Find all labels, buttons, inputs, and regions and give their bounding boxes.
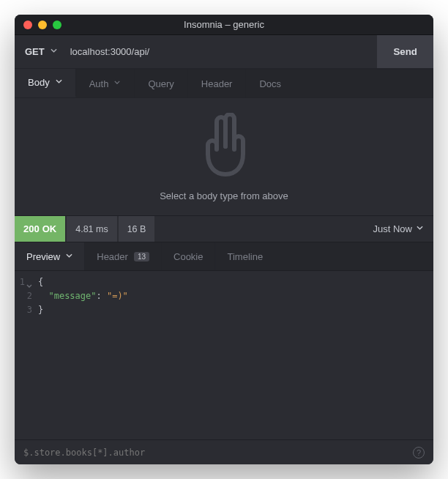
tab-response-header[interactable]: Header 13 [85, 242, 162, 270]
status-badge: 200 OK [15, 216, 65, 242]
json-value: "=)" [107, 291, 128, 301]
request-body-empty: Select a body type from above [15, 98, 433, 215]
code-line: 2 "message": "=)" [15, 289, 433, 303]
chevron-down-icon [66, 253, 72, 260]
tab-body-label: Body [28, 77, 50, 88]
response-size: 16 B [119, 216, 155, 242]
response-tabs: Preview Header 13 Cookie Timeline [15, 242, 433, 271]
http-method-dropdown[interactable]: GET [15, 35, 67, 68]
line-number: 3 [20, 303, 38, 317]
tab-preview-label: Preview [26, 251, 60, 262]
tab-timeline[interactable]: Timeline [215, 242, 433, 270]
json-key: "message" [48, 291, 96, 301]
titlebar: Insomnia – generic [15, 15, 433, 35]
status-text: OK [42, 223, 57, 234]
tab-preview[interactable]: Preview [15, 242, 85, 270]
app-window: Insomnia – generic GET Send Body Auth Qu… [15, 15, 433, 464]
tab-response-header-label: Header [97, 251, 128, 262]
chevron-down-icon [114, 81, 121, 87]
tab-query-label: Query [148, 78, 173, 89]
peace-hand-icon [195, 113, 253, 179]
window-controls [15, 21, 61, 29]
tab-timeline-label: Timeline [227, 251, 263, 262]
help-icon[interactable]: ? [413, 447, 425, 458]
tab-body[interactable]: Body [15, 69, 76, 97]
tab-header-label: Header [201, 78, 233, 89]
jsonpath-filter-input[interactable] [23, 448, 413, 458]
response-when: Just Now [373, 223, 412, 234]
line-number: 2 [20, 289, 38, 303]
window-title: Insomnia – generic [15, 19, 433, 30]
chevron-down-icon [417, 226, 423, 232]
line-number: 1 [20, 275, 38, 289]
request-tabs: Body Auth Query Header Docs [15, 69, 433, 98]
tab-cookie-label: Cookie [173, 251, 203, 262]
response-history-dropdown[interactable]: Just Now [363, 216, 433, 242]
status-code: 200 [23, 223, 40, 234]
tab-docs-label: Docs [259, 78, 281, 89]
code-line: 3 } [15, 303, 433, 317]
tab-cookie[interactable]: Cookie [162, 242, 215, 270]
zoom-window-button[interactable] [53, 21, 61, 29]
close-window-button[interactable] [23, 21, 32, 29]
response-body[interactable]: 1 { 2 "message": "=)" 3 } [15, 271, 433, 439]
header-count-badge: 13 [134, 252, 149, 261]
response-time: 4.81 ms [67, 216, 116, 242]
response-filter-bar: ? [15, 439, 433, 464]
body-empty-text: Select a body type from above [160, 190, 288, 201]
url-bar: GET Send [15, 35, 433, 69]
tab-query[interactable]: Query [135, 69, 187, 97]
tab-docs[interactable]: Docs [246, 69, 433, 97]
tab-header[interactable]: Header [188, 69, 247, 97]
send-button[interactable]: Send [377, 35, 433, 68]
fold-icon[interactable] [26, 280, 32, 286]
chevron-down-icon [51, 48, 57, 55]
http-method-label: GET [25, 46, 45, 57]
tab-auth[interactable]: Auth [76, 69, 135, 97]
code-line: 1 { [15, 275, 433, 289]
response-status-row: 200 OK 4.81 ms 16 B Just Now [15, 215, 433, 242]
chevron-down-icon [56, 79, 62, 86]
url-input[interactable] [67, 35, 378, 68]
tab-auth-label: Auth [89, 78, 109, 89]
minimize-window-button[interactable] [38, 21, 47, 29]
